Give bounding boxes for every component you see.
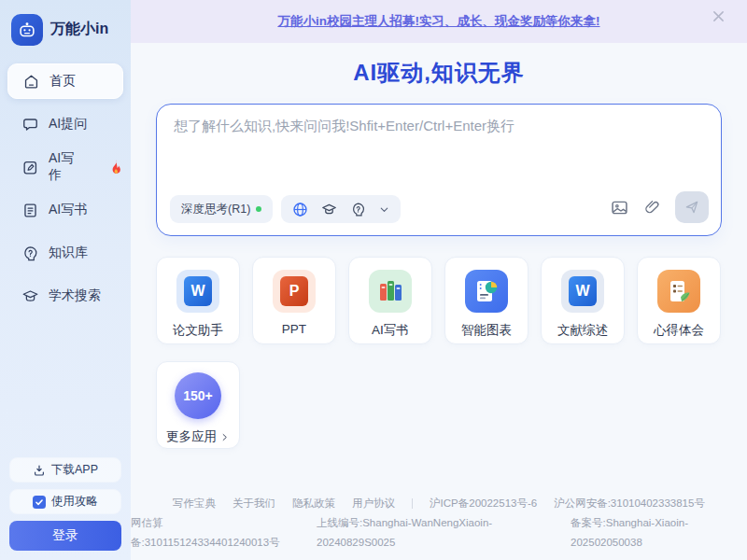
web-search-icon[interactable] bbox=[291, 201, 309, 218]
deep-think-toggle[interactable]: 深度思考(R1) bbox=[170, 195, 273, 223]
home-icon bbox=[22, 73, 40, 91]
app-card-reflections[interactable]: 心得体会 bbox=[637, 257, 721, 344]
app-card-paper-assistant[interactable]: W 论文助手 bbox=[156, 257, 240, 344]
app-label: AI写书 bbox=[372, 322, 409, 339]
edit-icon bbox=[21, 159, 39, 176]
footer-link-privacy-policy[interactable]: 隐私政策 bbox=[292, 494, 335, 513]
user-guide-label: 使用攻略 bbox=[51, 494, 98, 510]
footer-link-writing-guide[interactable]: 写作宝典 bbox=[173, 494, 216, 513]
chart-icon bbox=[465, 270, 508, 313]
content: AI驱动,知识无界 深度思考(R1) bbox=[131, 43, 747, 560]
app-logo[interactable]: 万能小in bbox=[0, 0, 131, 49]
chevron-down-icon[interactable] bbox=[378, 203, 390, 216]
footer-link-user-agreement[interactable]: 用户协议 bbox=[352, 494, 395, 513]
hot-flame-icon bbox=[108, 159, 123, 175]
chat-icon bbox=[21, 116, 39, 133]
more-apps-label: 更多应用 bbox=[166, 428, 230, 445]
apps-count-badge: 150+ bbox=[175, 372, 221, 419]
sidebar-item-academic-search[interactable]: 学术搜索 bbox=[7, 278, 123, 314]
word-icon: W bbox=[176, 270, 219, 313]
sidebar-item-label: 首页 bbox=[49, 73, 76, 90]
sidebar-item-label: 学术搜索 bbox=[49, 287, 101, 304]
app-card-ai-book[interactable]: AI写书 bbox=[348, 257, 432, 344]
app-card-ppt[interactable]: P PPT bbox=[252, 257, 336, 344]
word-icon: W bbox=[561, 270, 604, 313]
download-app-button[interactable]: 下载APP bbox=[9, 457, 121, 483]
sidebar-bottom: 下载APP 使用攻略 登录 bbox=[0, 457, 131, 560]
app-label: 智能图表 bbox=[461, 322, 512, 339]
sidebar-item-knowledge-base[interactable]: 知识库 bbox=[7, 235, 123, 271]
knowledge-mode-icon[interactable] bbox=[349, 201, 367, 218]
guide-check-icon bbox=[33, 496, 46, 509]
sidebar-item-ai-writing[interactable]: AI写作 bbox=[7, 149, 123, 185]
download-icon bbox=[33, 464, 46, 477]
document-icon bbox=[21, 202, 39, 219]
academic-mode-icon[interactable] bbox=[320, 201, 338, 218]
footer: 写作宝典 关于我们 隐私政策 用户协议 沪ICP备20022513号-6 沪公网… bbox=[131, 494, 747, 560]
user-guide-button[interactable]: 使用攻略 bbox=[9, 489, 121, 514]
app-label: 论文助手 bbox=[173, 322, 223, 339]
divider bbox=[412, 498, 413, 509]
footer-row-2: 网信算备:310115124334401240013号 上线编号:Shangha… bbox=[131, 513, 747, 553]
record-number: 备案号:Shanghai-Xiaoin-202502050038 bbox=[571, 513, 747, 553]
sidebar-item-home[interactable]: 首页 bbox=[7, 63, 123, 99]
head-question-icon bbox=[21, 245, 39, 262]
app-card-smart-chart[interactable]: 智能图表 bbox=[444, 257, 529, 344]
deep-think-label: 深度思考(R1) bbox=[181, 202, 250, 217]
scroll-feather-icon bbox=[657, 270, 700, 313]
sidebar-item-label: AI写书 bbox=[49, 202, 87, 218]
algorithm-record-number: 网信算备:310115124334401240013号 bbox=[131, 513, 300, 553]
app-label: PPT bbox=[282, 322, 306, 336]
sidebar-item-label: AI提问 bbox=[49, 116, 87, 133]
sidebar: 万能小in 首页 AI提问 AI写作 bbox=[0, 0, 131, 560]
chat-input[interactable] bbox=[174, 118, 706, 190]
icp-number: 沪ICP备20022513号-6 bbox=[430, 494, 537, 513]
sidebar-item-ai-book[interactable]: AI写书 bbox=[7, 192, 123, 228]
ppt-icon: P bbox=[273, 270, 316, 313]
login-button[interactable]: 登录 bbox=[9, 521, 121, 551]
app-label: 文献综述 bbox=[557, 322, 608, 339]
chat-toolbar-right bbox=[610, 191, 709, 223]
app-card-literature-review[interactable]: W 文献综述 bbox=[541, 257, 625, 344]
apps-grid-row2: 150+ 更多应用 bbox=[156, 361, 722, 449]
footer-link-about-us[interactable]: 关于我们 bbox=[233, 494, 275, 513]
close-icon[interactable] bbox=[712, 10, 725, 22]
paperclip-icon[interactable] bbox=[643, 199, 661, 217]
active-dot bbox=[256, 206, 261, 212]
app-name: 万能小in bbox=[50, 20, 108, 39]
sidebar-item-ai-ask[interactable]: AI提问 bbox=[7, 106, 123, 142]
footer-row-1: 写作宝典 关于我们 隐私政策 用户协议 沪ICP备20022513号-6 沪公网… bbox=[131, 494, 747, 513]
download-app-label: 下载APP bbox=[51, 462, 98, 478]
main-area: 万能小in校园主理人招募!实习、成长、现金奖励等你来拿! AI驱动,知识无界 深… bbox=[131, 0, 747, 560]
robot-logo-icon bbox=[11, 14, 43, 46]
graduation-cap-icon bbox=[21, 287, 39, 305]
chat-input-card: 深度思考(R1) bbox=[156, 104, 722, 236]
police-record-number: 沪公网安备:31010402333815号 bbox=[554, 494, 705, 513]
send-button[interactable] bbox=[675, 191, 709, 223]
sidebar-item-label: AI写作 bbox=[49, 150, 86, 184]
books-icon bbox=[369, 270, 412, 313]
app-label: 心得体会 bbox=[654, 322, 704, 339]
chat-toolbar-left: 深度思考(R1) bbox=[170, 195, 401, 223]
more-apps-card[interactable]: 150+ 更多应用 bbox=[156, 361, 240, 449]
announcement-link[interactable]: 万能小in校园主理人招募!实习、成长、现金奖励等你来拿! bbox=[278, 13, 600, 30]
launch-number: 上线编号:Shanghai-WanNengXiaoin-20240829S002… bbox=[317, 513, 554, 553]
chevron-right-icon bbox=[219, 432, 230, 442]
apps-grid: W 论文助手 P PPT bbox=[156, 257, 722, 344]
announcement-banner: 万能小in校园主理人招募!实习、成长、现金奖励等你来拿! bbox=[131, 0, 747, 43]
mode-selector bbox=[281, 195, 401, 223]
sidebar-menu: 首页 AI提问 AI写作 AI写书 bbox=[0, 49, 131, 321]
page-title: AI驱动,知识无界 bbox=[353, 58, 525, 88]
image-upload-icon[interactable] bbox=[610, 198, 629, 217]
sidebar-item-label: 知识库 bbox=[49, 245, 88, 261]
